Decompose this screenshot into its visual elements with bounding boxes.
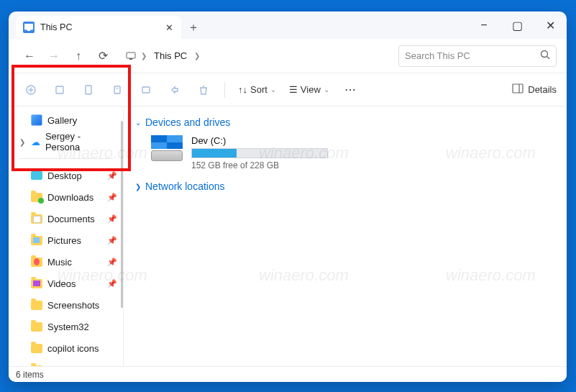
svg-rect-2 [127,53,135,58]
share-button[interactable] [163,78,187,102]
more-button[interactable]: ⋯ [338,78,362,102]
sidebar-label: Music [47,257,72,268]
view-label: View [301,84,321,95]
chevron-down-icon: ⌄ [135,119,141,127]
view-menu[interactable]: ☰ View ⌄ [285,84,334,95]
drive-name: Dev (C:) [191,135,328,146]
drive-free-text: 152 GB free of 228 GB [191,160,328,170]
svg-rect-3 [129,58,132,60]
sidebar-item-pictures[interactable]: Pictures 📌 [9,229,123,251]
sidebar-item-music[interactable]: Music 📌 [9,251,123,273]
sidebar-item-screenshots[interactable]: Screenshots [9,294,123,316]
toolbar: ↑↓ Sort ⌄ ☰ View ⌄ ⋯ Details [9,73,567,106]
tab-this-pc[interactable]: This PC ✕ [16,16,181,39]
sidebar-separator [19,158,113,159]
cut-button[interactable] [47,78,72,102]
sidebar-item-system32[interactable]: System32 [9,316,123,337]
pin-icon: 📌 [107,257,117,267]
svg-rect-10 [86,86,91,94]
group-network-locations[interactable]: ❯ Network locations [135,181,555,192]
group-label: Network locations [145,181,225,192]
status-item-count: 6 items [16,370,44,380]
sidebar-label: Videos [47,278,76,289]
pin-icon: 📌 [107,171,117,181]
pictures-icon [31,236,42,245]
forward-button[interactable]: → [43,45,65,67]
drive-icon [151,135,183,161]
rename-button[interactable] [134,78,158,102]
svg-rect-0 [24,24,33,29]
sidebar-item-downloads[interactable]: Downloads 📌 [9,186,123,208]
sidebar-label: Documents [47,214,95,224]
file-explorer-window: This PC ✕ ＋ − ▢ ✕ ← → ↑ ⟳ ❯ This PC ❯ Se… [9,12,567,382]
svg-line-5 [547,57,550,60]
chevron-right-icon[interactable]: ❯ [19,138,26,146]
sidebar-label: vhd [47,365,63,367]
chevron-down-icon: ⌄ [270,86,276,94]
copy-button[interactable] [76,78,101,102]
chevron-right-icon[interactable]: ❯ [194,52,200,60]
videos-icon [31,279,42,288]
sidebar-item-vhd[interactable]: vhd [9,359,123,366]
details-icon [512,83,524,96]
downloads-icon [31,193,42,202]
sidebar-label: Sergey - Persona [45,131,117,152]
sort-label: Sort [250,84,268,95]
search-icon[interactable] [540,50,550,62]
pin-icon: 📌 [107,214,117,224]
desktop-icon [31,171,42,180]
search-input[interactable]: Search This PC [398,45,557,67]
minimize-button[interactable]: − [467,12,500,39]
svg-rect-14 [513,84,523,93]
sidebar-scrollbar[interactable] [121,121,123,308]
drive-info: Dev (C:) 152 GB free of 228 GB [191,135,328,170]
sort-menu[interactable]: ↑↓ Sort ⌄ [234,84,280,95]
details-pane-button[interactable]: Details [512,83,557,96]
maximize-button[interactable]: ▢ [500,12,534,39]
address-bar[interactable]: ❯ This PC ❯ [125,49,200,63]
status-bar: 6 items [9,366,567,382]
documents-icon [31,214,42,224]
sidebar-item-videos[interactable]: Videos 📌 [9,273,123,294]
close-button[interactable]: ✕ [534,12,567,39]
chevron-right-icon: ❯ [135,183,141,191]
pin-icon: 📌 [107,236,117,245]
sidebar-label: Desktop [47,170,82,181]
sidebar-item-copilot[interactable]: copilot icons [9,337,123,359]
sidebar-item-onedrive[interactable]: ❯ ☁ Sergey - Persona [9,131,123,152]
svg-rect-13 [142,87,150,93]
new-tab-button[interactable]: ＋ [181,16,206,39]
new-button[interactable] [19,78,43,102]
tab-title: This PC [40,22,72,32]
pin-icon: 📌 [107,279,117,288]
sidebar-item-gallery[interactable]: Gallery [9,109,123,131]
sidebar-label: Gallery [47,115,77,126]
sidebar-label: System32 [47,322,89,332]
folder-icon [31,344,42,353]
music-icon [31,257,42,267]
sort-icon: ↑↓ [238,84,247,95]
tab-close-button[interactable]: ✕ [164,22,174,32]
group-devices-and-drives[interactable]: ⌄ Devices and drives [135,117,555,128]
drive-item-c[interactable]: Dev (C:) 152 GB free of 228 GB [151,135,555,170]
navigation-bar: ← → ↑ ⟳ ❯ This PC ❯ Search This PC [9,39,567,73]
refresh-button[interactable]: ⟳ [92,45,114,67]
sidebar-item-documents[interactable]: Documents 📌 [9,208,123,229]
delete-button[interactable] [191,78,216,102]
search-placeholder: Search This PC [405,50,470,61]
sidebar-item-desktop[interactable]: Desktop 📌 [9,165,123,186]
onedrive-icon: ☁ [31,137,40,147]
folder-icon [31,365,42,367]
svg-rect-1 [27,29,30,31]
this-pc-icon [23,22,35,33]
pin-icon: 📌 [107,193,117,202]
gallery-icon [31,114,42,126]
back-button[interactable]: ← [19,45,40,67]
up-button[interactable]: ↑ [68,45,89,67]
paste-button[interactable] [105,78,129,102]
navigation-pane: Gallery ❯ ☁ Sergey - Persona Desktop 📌 D… [9,106,124,366]
sidebar-label: Downloads [47,192,93,203]
chevron-right-icon: ❯ [141,52,147,60]
breadcrumb-this-pc[interactable]: This PC [151,49,190,63]
details-label: Details [528,84,557,95]
